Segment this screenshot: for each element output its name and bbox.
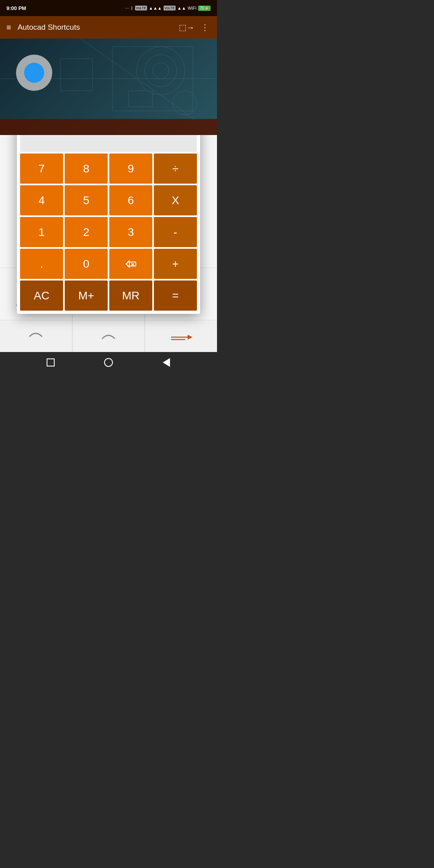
menu-icon[interactable]: ≡ <box>6 23 11 32</box>
calc-btn-1[interactable]: 1 <box>20 217 63 247</box>
calc-btn-8[interactable]: 8 <box>65 154 108 184</box>
logo-inner <box>24 63 44 83</box>
calc-button-grid: 7 8 9 ÷ 4 5 6 X 1 2 3 - . 0 <box>20 154 197 311</box>
calc-btn-3[interactable]: 3 <box>109 217 152 247</box>
hero-bar <box>0 119 217 135</box>
battery-icon: 70⚡ <box>198 6 211 11</box>
nav-home-button[interactable] <box>101 355 116 370</box>
app-logo <box>16 55 52 91</box>
calc-btn-add[interactable]: + <box>154 249 197 279</box>
more-icon[interactable]: ⋮ <box>199 21 211 34</box>
calc-btn-4[interactable]: 4 <box>20 185 63 215</box>
calc-btn-backspace[interactable] <box>109 249 152 279</box>
svg-rect-6 <box>129 91 153 107</box>
status-bar: 9:00 PM ··· ᛒ VoLTE ▲▲▲ VoLTE ▲▲ WiFi 70… <box>0 0 217 16</box>
nav-square-icon <box>47 358 55 366</box>
nav-triangle-icon <box>163 358 170 367</box>
calc-btn-ac[interactable]: AC <box>20 280 63 311</box>
calc-btn-equals[interactable]: = <box>154 280 197 311</box>
nav-back-button[interactable] <box>159 355 174 370</box>
calc-btn-subtract[interactable]: - <box>154 217 197 247</box>
app-title: Autocad Shortcuts <box>18 23 177 32</box>
calc-btn-divide[interactable]: ÷ <box>154 154 197 184</box>
calc-btn-6[interactable]: 6 <box>109 185 152 215</box>
status-time: 9:00 PM <box>6 5 26 11</box>
calc-display <box>20 135 197 152</box>
bluetooth-icon: ᛒ <box>131 6 133 10</box>
nav-square-button[interactable] <box>43 355 58 370</box>
login-icon[interactable]: ⬚→ <box>177 21 196 34</box>
nav-circle-icon <box>104 358 113 367</box>
volte2-icon: VoLTE <box>164 6 176 10</box>
svg-marker-15 <box>188 335 192 340</box>
calculator-modal: CE Welcome 7 8 9 ÷ 4 5 6 X 1 2 3 - . 0 <box>17 135 200 314</box>
signal1-icon: ▲▲▲ <box>149 6 162 10</box>
signal2-icon: ▲▲ <box>177 6 186 10</box>
content-area: CE Welcome 7 8 9 ÷ 4 5 6 X 1 2 3 - . 0 <box>0 135 217 352</box>
arrow-item-2[interactable] <box>72 320 145 352</box>
svg-point-0 <box>137 47 185 95</box>
calc-btn-mr[interactable]: MR <box>109 280 152 311</box>
calc-btn-0[interactable]: 0 <box>65 249 108 279</box>
calc-btn-5[interactable]: 5 <box>65 185 108 215</box>
calc-btn-7[interactable]: 7 <box>20 154 63 184</box>
arrow-item-1[interactable] <box>0 320 72 352</box>
arrow-item-3[interactable] <box>145 320 217 352</box>
nav-bar <box>0 352 217 373</box>
svg-point-2 <box>153 63 169 79</box>
svg-rect-8 <box>60 59 92 91</box>
calc-btn-multiply[interactable]: X <box>154 185 197 215</box>
app-bar: ≡ Autocad Shortcuts ⬚→ ⋮ <box>0 16 217 39</box>
calc-btn-9[interactable]: 9 <box>109 154 152 184</box>
volte-icon: VoLTE <box>135 6 147 10</box>
svg-point-7 <box>173 91 197 115</box>
app-bar-actions: ⬚→ ⋮ <box>177 21 211 34</box>
svg-point-1 <box>145 55 177 87</box>
hero-image <box>0 39 217 135</box>
calc-btn-2[interactable]: 2 <box>65 217 108 247</box>
wifi-icon: WiFi <box>188 6 197 10</box>
calc-btn-dot[interactable]: . <box>20 249 63 279</box>
bottom-arrow-row <box>0 320 217 352</box>
status-icons: ··· ᛒ VoLTE ▲▲▲ VoLTE ▲▲ WiFi 70⚡ <box>125 6 211 11</box>
calc-btn-mplus[interactable]: M+ <box>65 280 108 311</box>
